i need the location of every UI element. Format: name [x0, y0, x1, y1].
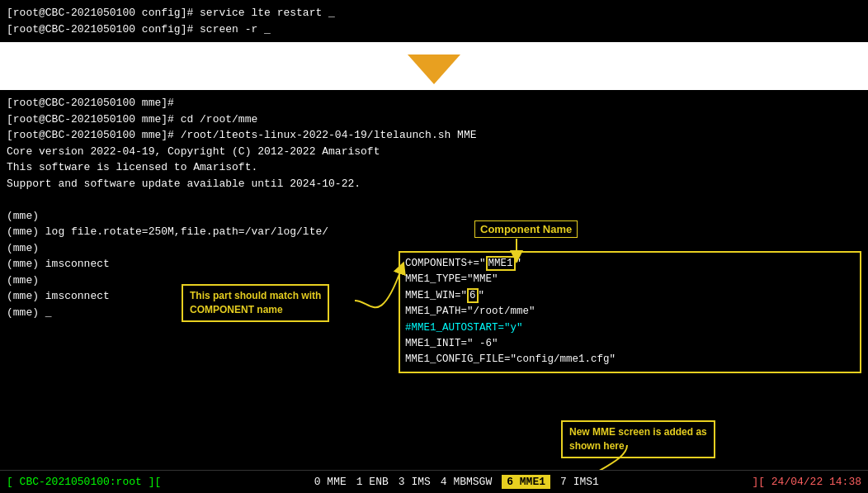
- bt-line-6: [7, 192, 861, 208]
- config-box: COMPONENTS+="MME1" MME1_TYPE="MME" MME1_…: [399, 251, 861, 373]
- status-left: [ CBC-2021050100:root ][: [7, 476, 161, 488]
- component-name-label: Component Name: [474, 220, 578, 238]
- mme1-component-highlight: MME1: [486, 256, 516, 271]
- divider: [0, 42, 868, 90]
- bt-line-0: [root@CBC-2021050100 mme]#: [7, 95, 861, 111]
- bottom-section: [root@CBC-2021050100 mme]# [root@CBC-202…: [0, 90, 868, 493]
- bt-line-5: Support and software update available un…: [7, 176, 861, 192]
- tab-6-mme1[interactable]: 6 MME1: [502, 476, 550, 488]
- main-container: [root@CBC-2021050100 config]# service lt…: [0, 0, 868, 493]
- bt-line-2: [root@CBC-2021050100 mme]# /root/lteots-…: [7, 127, 861, 144]
- tab-7-ims1[interactable]: 7 IMS1: [560, 476, 599, 488]
- tab-1-enb[interactable]: 1 ENB: [356, 476, 389, 488]
- win-value-highlight: 6: [467, 288, 479, 303]
- status-bar: [ CBC-2021050100:root ][ 0 MME 1 ENB 3 I…: [0, 470, 868, 493]
- bt-line-8: (mme) log file.rotate=250M,file.path=/va…: [7, 224, 861, 240]
- status-tabs[interactable]: 0 MME 1 ENB 3 IMS 4 MBMSGW 6 MME1 7 IMS1: [161, 476, 752, 488]
- match-annotation-box: This part should match withCOMPONENT nam…: [182, 284, 329, 322]
- tab-3-ims[interactable]: 3 IMS: [399, 476, 431, 488]
- bt-line-1: [root@CBC-2021050100 mme]# cd /root/mme: [7, 111, 861, 128]
- bt-line-4: This software is licensed to Amarisoft.: [7, 159, 861, 176]
- tab-4-mbmsgw[interactable]: 4 MBMSGW: [441, 476, 492, 488]
- status-right: ][ 24/04/22 14:38: [752, 476, 861, 488]
- terminal-line-1: [root@CBC-2021050100 config]# service lt…: [7, 5, 861, 21]
- bt-line-7: (mme): [7, 208, 861, 225]
- top-terminal: [root@CBC-2021050100 config]# service lt…: [0, 0, 868, 42]
- new-mme-annotation-box: New MME screen is added asshown here: [561, 420, 715, 458]
- autostart-line: #MME1_AUTOSTART="y": [405, 322, 523, 334]
- arrow-down-icon: [408, 55, 460, 84]
- bt-line-3: Core version 2022-04-19, Copyright (C) 2…: [7, 144, 861, 160]
- terminal-line-2: [root@CBC-2021050100 config]# screen -r …: [7, 21, 861, 38]
- tab-0-mme[interactable]: 0 MME: [314, 476, 347, 488]
